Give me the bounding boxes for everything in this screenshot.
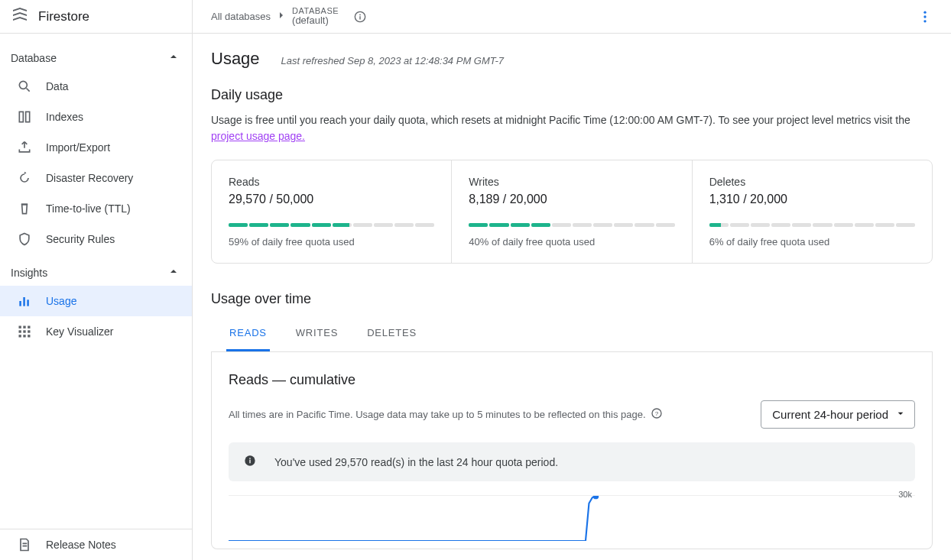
daily-usage-heading: Daily usage — [211, 87, 933, 103]
search-icon — [17, 79, 32, 94]
chevron-right-icon — [275, 9, 287, 24]
sidebar-item-label: Usage — [46, 295, 76, 307]
ttl-icon — [17, 201, 32, 216]
sidebar-item-time-to-live-ttl-[interactable]: Time-to-live (TTL) — [0, 193, 192, 224]
svg-rect-19 — [23, 335, 25, 337]
svg-rect-10 — [23, 297, 25, 306]
indexes-icon — [17, 109, 32, 125]
svg-rect-16 — [23, 330, 25, 332]
svg-point-5 — [19, 81, 27, 89]
tab-writes[interactable]: WRITES — [293, 316, 341, 351]
sidebar-item-label: Release Notes — [46, 539, 116, 551]
metric-reads: Reads29,570 / 50,00059% of daily free qu… — [212, 160, 451, 263]
sidebar-item-key-visualizer[interactable]: Key Visualizer — [0, 316, 192, 347]
reads-chart: 30k — [229, 495, 915, 541]
svg-point-25 — [249, 458, 251, 459]
daily-usage-description-text: Usage is free until you reach your daily… — [211, 114, 910, 126]
import-export-icon — [17, 140, 32, 155]
release-notes-icon — [17, 537, 32, 552]
chart-hint-text: All times are in Pacific Time. Usage dat… — [229, 409, 646, 420]
svg-point-4 — [923, 20, 926, 22]
help-icon[interactable]: ? — [651, 407, 663, 422]
dropdown-arrow-icon — [894, 407, 907, 422]
svg-rect-7 — [19, 112, 23, 121]
svg-rect-12 — [19, 326, 21, 329]
period-dropdown[interactable]: Current 24-hour period — [761, 400, 915, 429]
quota-bar — [469, 223, 674, 227]
tab-reads[interactable]: READS — [226, 316, 270, 351]
svg-rect-17 — [28, 330, 30, 332]
chevron-up-icon — [167, 265, 180, 280]
svg-point-3 — [923, 15, 926, 18]
firestore-logo-icon — [11, 6, 29, 27]
usage-icon — [17, 293, 32, 309]
sidebar-item-data[interactable]: Data — [0, 71, 192, 102]
svg-text:?: ? — [654, 410, 658, 417]
key-visualizer-icon — [17, 324, 32, 339]
metric-title: Writes — [469, 176, 674, 188]
daily-usage-description: Usage is free until you reach your daily… — [211, 112, 933, 144]
metric-value: 29,570 / 50,000 — [229, 193, 434, 206]
svg-rect-8 — [26, 112, 30, 121]
sidebar-section-insights[interactable]: Insights — [0, 254, 192, 286]
sidebar-item-label: Import/Export — [46, 141, 110, 154]
svg-point-26 — [593, 496, 599, 499]
metric-footer: 59% of daily free quota used — [229, 236, 434, 248]
sidebar-item-security-rules[interactable]: Security Rules — [0, 224, 192, 254]
page-title: Usage — [211, 49, 260, 69]
more-vert-icon[interactable] — [913, 5, 937, 29]
metric-footer: 40% of daily free quota used — [469, 236, 674, 248]
chart-title: Reads — cumulative — [229, 372, 915, 388]
metric-value: 1,310 / 20,000 — [709, 193, 915, 206]
product-title: Firestore — [38, 9, 89, 24]
sidebar-item-label: Disaster Recovery — [46, 172, 133, 184]
metric-value: 8,189 / 20,000 — [469, 193, 674, 206]
svg-rect-18 — [19, 335, 21, 337]
metric-title: Deletes — [709, 176, 915, 188]
last-refreshed: Last refreshed Sep 8, 2023 at 12:48:34 P… — [281, 55, 504, 66]
svg-rect-9 — [19, 301, 21, 306]
sidebar-item-label: Indexes — [46, 111, 83, 123]
sidebar-item-indexes[interactable]: Indexes — [0, 102, 192, 132]
quota-banner-text: You've used 29,570 read(s) in the last 2… — [274, 456, 558, 468]
sidebar-item-label: Data — [46, 80, 69, 92]
metric-deletes: Deletes1,310 / 20,0006% of daily free qu… — [692, 160, 932, 263]
sidebar-item-label: Time-to-live (TTL) — [46, 202, 131, 215]
info-icon[interactable] — [348, 5, 372, 29]
sidebar-section-insights-label: Insights — [11, 267, 47, 279]
svg-rect-20 — [28, 335, 30, 337]
database-name: (default) — [292, 15, 339, 27]
usage-tabs: READSWRITESDELETES — [211, 316, 933, 352]
security-icon — [17, 231, 32, 247]
svg-rect-13 — [23, 326, 25, 329]
sidebar-item-release-notes[interactable]: Release Notes — [0, 529, 192, 560]
svg-point-2 — [923, 11, 926, 13]
sidebar-item-label: Security Rules — [46, 233, 115, 245]
period-dropdown-label: Current 24-hour period — [772, 408, 888, 421]
svg-rect-14 — [28, 326, 30, 329]
daily-usage-card: Reads29,570 / 50,00059% of daily free qu… — [211, 160, 933, 264]
sidebar-item-usage[interactable]: Usage — [0, 286, 192, 316]
svg-rect-11 — [27, 299, 29, 306]
svg-rect-24 — [249, 460, 250, 464]
breadcrumb-all-databases[interactable]: All databases — [211, 11, 271, 22]
quota-bar — [709, 223, 915, 227]
chevron-up-icon — [167, 50, 180, 65]
tab-deletes[interactable]: DELETES — [364, 316, 420, 351]
sidebar-item-import-export[interactable]: Import/Export — [0, 132, 192, 163]
info-filled-icon — [244, 455, 256, 469]
svg-line-6 — [27, 89, 30, 92]
sidebar-section-database[interactable]: Database — [0, 40, 192, 71]
sidebar-section-database-label: Database — [11, 52, 57, 64]
metric-footer: 6% of daily free quota used — [709, 236, 915, 248]
sidebar-item-label: Key Visualizer — [46, 325, 113, 338]
usage-over-time-heading: Usage over time — [211, 291, 933, 307]
breadcrumb: All databases DATABASE (default) — [211, 5, 372, 29]
sidebar-item-disaster-recovery[interactable]: Disaster Recovery — [0, 163, 192, 193]
disaster-recovery-icon — [17, 170, 32, 186]
project-usage-page-link[interactable]: project usage page. — [211, 130, 305, 142]
metric-writes: Writes8,189 / 20,00040% of daily free qu… — [451, 160, 691, 263]
quota-bar — [229, 223, 434, 227]
metric-title: Reads — [229, 176, 434, 188]
chart-panel: Reads — cumulative All times are in Paci… — [211, 352, 933, 549]
